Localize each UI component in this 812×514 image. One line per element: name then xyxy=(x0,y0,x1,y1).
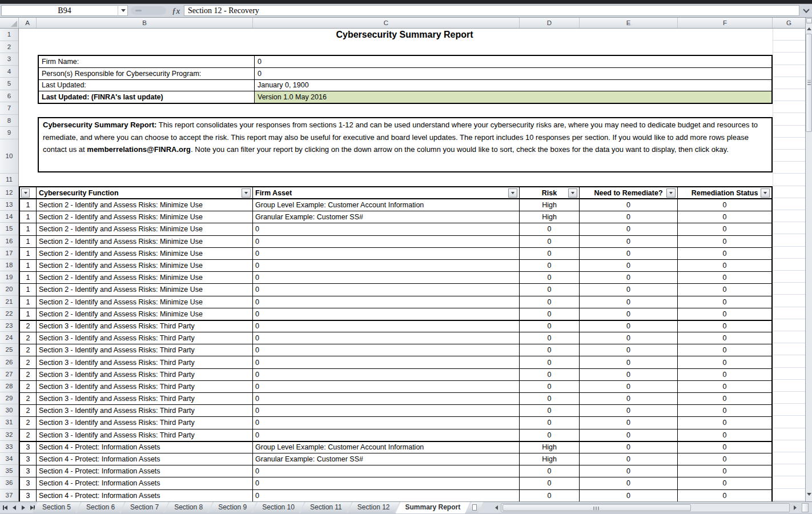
cell-index[interactable]: 2 xyxy=(20,321,37,332)
cell-status[interactable]: 0 xyxy=(678,490,771,501)
cell-asset[interactable]: 0 xyxy=(253,248,520,259)
cell-status[interactable]: 0 xyxy=(678,417,771,428)
cell-function[interactable]: Section 2 - Identify and Assess Risks: M… xyxy=(37,260,253,271)
table-header-risk[interactable]: Risk xyxy=(520,187,580,198)
cell-index[interactable]: 2 xyxy=(20,381,37,392)
cell-index[interactable]: 1 xyxy=(20,223,37,235)
cell-remediate[interactable]: 0 xyxy=(580,405,678,416)
row-header[interactable]: 26 xyxy=(0,356,18,368)
cell-status[interactable]: 0 xyxy=(678,321,771,332)
scroll-right-button[interactable] xyxy=(791,504,799,512)
row-header[interactable]: 20 xyxy=(0,283,18,295)
cell-risk[interactable]: 0 xyxy=(520,321,580,332)
info-value-cell[interactable]: Version 1.0 May 2016 xyxy=(255,91,771,103)
cell-index[interactable]: 2 xyxy=(20,405,37,416)
cell-remediate[interactable]: 0 xyxy=(580,490,678,501)
row-header[interactable]: 27 xyxy=(0,368,18,380)
cell-function[interactable]: Section 2 - Identify and Assess Risks: M… xyxy=(37,284,253,295)
cell-function[interactable]: Section 3 - Identify and Assess Risks: T… xyxy=(37,405,253,416)
cell-status[interactable]: 0 xyxy=(678,442,771,453)
cell-status[interactable]: 0 xyxy=(678,356,771,368)
cell-index[interactable]: 1 xyxy=(20,284,37,295)
info-value-cell[interactable]: 0 xyxy=(255,68,771,79)
name-box-dropdown-icon[interactable] xyxy=(118,5,128,16)
cell-asset[interactable]: 0 xyxy=(253,490,520,501)
cell-risk[interactable]: 0 xyxy=(520,477,580,489)
asset-filter-button[interactable] xyxy=(508,188,517,198)
table-header-remediate[interactable]: Need to Remediate? xyxy=(580,187,678,198)
cell-status[interactable]: 0 xyxy=(678,236,771,247)
cell-function[interactable]: Section 3 - Identify and Assess Risks: T… xyxy=(37,393,253,404)
vertical-split-handle[interactable] xyxy=(806,18,812,23)
cell-index[interactable]: 2 xyxy=(20,369,37,380)
next-sheet-button[interactable] xyxy=(19,503,27,512)
cell-asset[interactable]: 0 xyxy=(253,296,520,308)
cell-status[interactable]: 0 xyxy=(678,393,771,404)
row-header[interactable]: 8 xyxy=(0,115,18,127)
cell-index[interactable]: 1 xyxy=(20,296,37,308)
row-header[interactable]: 30 xyxy=(0,404,18,416)
row-header[interactable]: 11 xyxy=(0,174,18,187)
cell-index[interactable]: 1 xyxy=(20,199,37,211)
tab-split-handle[interactable] xyxy=(802,503,809,512)
cell-index[interactable]: 3 xyxy=(20,465,37,477)
cell-function[interactable]: Section 2 - Identify and Assess Risks: M… xyxy=(37,296,253,308)
cell-asset[interactable]: Granular Example: Customer SS# xyxy=(253,453,520,465)
cell-function[interactable]: Section 3 - Identify and Assess Risks: T… xyxy=(37,321,253,332)
select-all-corner[interactable] xyxy=(0,18,19,28)
cell-remediate[interactable]: 0 xyxy=(580,321,678,332)
cell-risk[interactable]: 0 xyxy=(520,296,580,308)
cell-remediate[interactable]: 0 xyxy=(580,211,678,223)
cell-status[interactable]: 0 xyxy=(678,260,771,271)
row-header[interactable]: 23 xyxy=(0,320,18,332)
row-header[interactable]: 9 xyxy=(0,127,18,139)
cell-asset[interactable]: 0 xyxy=(253,417,520,428)
cell-status[interactable]: 0 xyxy=(678,429,771,441)
cell-risk[interactable]: 0 xyxy=(520,284,580,295)
cell-index[interactable]: 1 xyxy=(20,272,37,283)
cell-index[interactable]: 2 xyxy=(20,429,37,441)
sheet-tab[interactable]: Section 11 xyxy=(300,502,352,513)
scroll-up-button[interactable] xyxy=(806,25,812,33)
info-value-cell[interactable]: 0 xyxy=(255,56,771,67)
row-header[interactable]: 16 xyxy=(0,235,18,247)
column-header[interactable]: A xyxy=(19,18,37,28)
cell-remediate[interactable]: 0 xyxy=(580,272,678,283)
column-header[interactable]: F xyxy=(678,18,773,28)
cell-remediate[interactable]: 0 xyxy=(580,199,678,211)
cell-function[interactable]: Section 3 - Identify and Assess Risks: T… xyxy=(37,429,253,441)
row-header[interactable]: 1 xyxy=(0,29,18,41)
horizontal-scroll-thumb[interactable] xyxy=(503,504,691,511)
cell-remediate[interactable]: 0 xyxy=(580,453,678,465)
cell-status[interactable]: 0 xyxy=(678,453,771,465)
column-header[interactable]: E xyxy=(580,18,678,28)
cell-status[interactable]: 0 xyxy=(678,477,771,489)
cell-status[interactable]: 0 xyxy=(678,284,771,295)
cell-remediate[interactable]: 0 xyxy=(580,356,678,368)
cell-function[interactable]: Section 3 - Identify and Assess Risks: T… xyxy=(37,344,253,356)
cell-asset[interactable]: 0 xyxy=(253,308,520,320)
row-header[interactable]: 12 xyxy=(0,186,18,199)
cell-asset[interactable]: Group Level Example: Customer Account In… xyxy=(253,442,520,453)
cell-status[interactable]: 0 xyxy=(678,344,771,356)
cell-index[interactable]: 1 xyxy=(20,260,37,271)
cell-remediate[interactable]: 0 xyxy=(580,308,678,320)
cell-function[interactable]: Section 4 - Protect: Information Assets xyxy=(37,490,253,501)
cell-remediate[interactable]: 0 xyxy=(580,393,678,404)
cell-remediate[interactable]: 0 xyxy=(580,332,678,344)
cells-area[interactable]: Cybersecurity Summary Report Firm Name: … xyxy=(19,29,805,501)
cell-risk[interactable]: 0 xyxy=(520,429,580,441)
sheet-tab[interactable]: Section 6 xyxy=(77,502,124,513)
cell-function[interactable]: Section 2 - Identify and Assess Risks: M… xyxy=(37,223,253,235)
cell-function[interactable]: Section 3 - Identify and Assess Risks: T… xyxy=(37,417,253,428)
cell-risk[interactable]: 0 xyxy=(520,465,580,477)
cell-risk[interactable]: High xyxy=(520,442,580,453)
row-header[interactable]: 5 xyxy=(0,78,18,90)
cell-function[interactable]: Section 3 - Identify and Assess Risks: T… xyxy=(37,369,253,380)
row-header[interactable]: 34 xyxy=(0,453,18,465)
cell-remediate[interactable]: 0 xyxy=(580,381,678,392)
row-header[interactable]: 24 xyxy=(0,332,18,344)
cell-asset[interactable]: 0 xyxy=(253,429,520,441)
info-label-cell[interactable]: Last Updated: xyxy=(39,80,255,91)
info-label-cell[interactable]: Person(s) Responsible for Cybersecurity … xyxy=(39,68,255,79)
